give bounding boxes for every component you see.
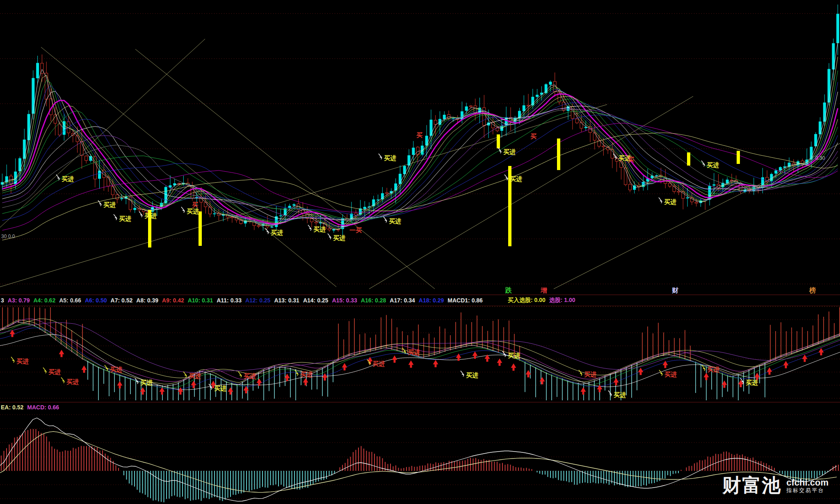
buy-signal-label: 买进: [214, 385, 226, 392]
up-arrow-icon: [614, 378, 619, 385]
gridlines: [0, 415, 840, 499]
indicator-value: A6: 0.50: [85, 297, 107, 304]
buy-signal-label: 买进: [48, 368, 61, 375]
buy-signal-label: 买进: [372, 360, 385, 367]
macd-histogram-layer: [1, 429, 838, 502]
buy-signal-label: 买进: [103, 201, 116, 208]
indicator-value: A17: 0.34: [390, 297, 415, 304]
brand-sub-block: cfchi.com 指标交易平台: [786, 477, 829, 494]
buy-signal-label: 买进: [244, 372, 256, 379]
buy-signal-label: 买进: [664, 371, 677, 378]
buy-signal-label: 买进: [187, 208, 199, 215]
highlight-bars-layer: [148, 134, 740, 247]
up-arrow-icon: [303, 378, 308, 386]
ticker-char: 跌: [505, 286, 512, 294]
indicator-value: A11: 0.33: [217, 297, 242, 304]
indicator-value: A16: 0.28: [361, 297, 386, 304]
edge-value-fragment: 30 0.0: [1, 234, 15, 239]
indicator-value: A15: 0.33: [332, 297, 357, 304]
buy-signal-label: 买进: [384, 154, 396, 161]
buy-signal-label: 买进: [16, 358, 29, 365]
buy-mark-label: 买: [192, 201, 198, 208]
ma-lines-layer: [2, 42, 838, 240]
buy-mark-label: 一买: [349, 227, 362, 234]
up-arrow-icon: [783, 361, 789, 368]
ticker-char: 财: [671, 287, 678, 294]
indicator-value: MACD1: 0.86: [447, 297, 483, 304]
indicator-value: A14: 0.25: [303, 297, 328, 304]
buy-signal-label: 买进: [503, 148, 516, 155]
watermark: 财富池 cfchi.com 指标交易平台: [722, 473, 829, 498]
buy-mark-label: 买: [628, 156, 634, 163]
buy-signal-labels: 买进买进买进买进买进买进买进买进买进买进买进买进买进买进买进买一买买买买: [56, 132, 719, 241]
up-arrow-icon: [497, 359, 502, 366]
buy-signal-label: 买进: [271, 229, 283, 236]
ticker-char: 榜: [809, 287, 816, 294]
indicator-value: A4: 0.62: [34, 297, 56, 304]
up-arrow-icon: [82, 366, 87, 373]
buy-signal-labels: 买进买进买进买进买进买进买进买进买进买进买进买进买进买进买进买进买进买进: [11, 348, 758, 398]
buy-signal-label: 买进: [62, 175, 74, 182]
up-arrow-icon: [581, 387, 586, 395]
indicator-value: A8: 0.39: [136, 297, 158, 304]
buy-signal-label: 买进: [389, 218, 401, 225]
up-arrow-icon: [511, 363, 516, 371]
gridlines: [0, 306, 840, 398]
buy-signal-label: 买进: [66, 378, 79, 385]
indicator-value: A3: 0.79: [8, 297, 30, 304]
macd-line: [0, 431, 837, 493]
buy-mark-label: 买: [530, 133, 536, 140]
buy-signal-label: 买进: [510, 175, 522, 182]
buy-signal-label: 买进: [664, 198, 676, 205]
indicator-value: A7: 0.52: [111, 297, 133, 304]
up-arrow-icon: [540, 377, 545, 384]
brand-logo-text: 财富池: [722, 473, 781, 498]
up-arrow-icon: [342, 363, 347, 370]
buy-signal-label: 买进: [614, 391, 626, 398]
up-arrow-icon: [704, 373, 709, 380]
brand-tagline: 指标交易平台: [786, 488, 829, 494]
up-arrow-icon: [257, 379, 262, 386]
buy-signal-label: 买进: [584, 371, 596, 378]
macd-line: [0, 418, 837, 501]
macd-histogram-chart[interactable]: [0, 412, 840, 504]
indicator-value: EA: 0.52: [1, 404, 23, 411]
up-arrow-icon: [767, 367, 772, 375]
indicator-value: A13: 0.31: [274, 297, 299, 304]
up-arrow-icon: [322, 373, 328, 381]
main-candlestick-chart[interactable]: 买进买进买进买进买进买进买进买进买进买进买进买进买进买进买进买一买买买买跌增财榜…: [0, 0, 840, 295]
buy-signal-label: 买进: [707, 161, 719, 168]
indicator-value: A10: 0.31: [188, 297, 213, 304]
buy-signal-label: 买进: [144, 212, 157, 219]
up-arrow-icon: [819, 348, 824, 355]
buy-signal-label: 买进: [408, 349, 420, 356]
signal-bars-layer: [2, 307, 840, 400]
up-arrow-icon: [802, 354, 808, 362]
macd-values-row: EA: 0.52MACD: 0.66: [0, 402, 840, 412]
indicator-value: A9: 0.42: [162, 297, 184, 304]
indicator-value: 选股: 1.00: [549, 297, 575, 304]
brand-domain: cfchi.com: [786, 477, 829, 488]
buy-signal-label: 买进: [508, 352, 520, 359]
indicator-value: MACD: 0.66: [27, 404, 59, 411]
indicator-values-row: 3A3: 0.79A4: 0.62A5: 0.66A6: 0.50A7: 0.5…: [0, 295, 840, 306]
buy-signal-label: 买进: [333, 234, 345, 241]
up-arrow-icon: [117, 381, 123, 388]
edge-value-fragment: 0.30: [815, 155, 825, 161]
indicator-value: A18: 0.29: [419, 297, 444, 304]
buy-signal-label: 买进: [140, 379, 153, 386]
candlestick-layer: [1, 5, 839, 236]
indicator-value: 3: [1, 297, 4, 304]
indicator-value: 买入选股: 0.00: [508, 297, 546, 304]
up-arrow-icon: [228, 387, 233, 395]
buy-mark-label: 买: [416, 132, 422, 138]
signal-indicator-chart[interactable]: 买进买进买进买进买进买进买进买进买进买进买进买进买进买进买进买进买进买进: [0, 306, 840, 402]
buy-signal-label: 买进: [707, 366, 719, 373]
buy-signal-label: 买进: [119, 215, 131, 222]
signal-lines-layer: [0, 319, 840, 390]
buy-signal-label: 买进: [189, 372, 201, 379]
buy-signal-label: 买进: [746, 379, 758, 386]
up-arrow-icon: [433, 360, 438, 367]
indicator-value: A12: 0.25: [245, 297, 270, 304]
trading-terminal-screen: 买进买进买进买进买进买进买进买进买进买进买进买进买进买进买进买一买买买买跌增财榜…: [0, 0, 840, 504]
